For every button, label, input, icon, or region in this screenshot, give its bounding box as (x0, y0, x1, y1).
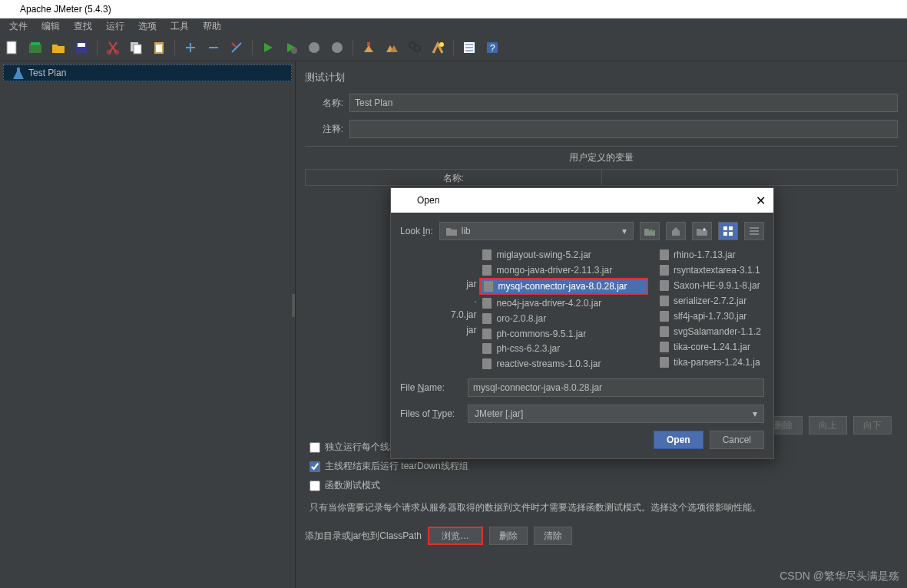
expand-icon[interactable] (181, 38, 200, 57)
file-icon (660, 280, 669, 291)
tree-root[interactable]: Test Plan (3, 64, 292, 81)
clear-classpath-button[interactable]: 清除 (534, 527, 572, 545)
file-item[interactable]: rhino-1.7.13.jar (657, 248, 764, 262)
file-item-label: oro-2.0.8.jar (496, 313, 546, 324)
file-item-label: miglayout-swing-5.2.jar (496, 249, 591, 260)
down-button[interactable]: 向下 (853, 416, 892, 434)
file-item-label: tika-parsers-1.24.1.ja (674, 357, 760, 368)
file-item[interactable]: Saxon-HE-9.9.1-8.jar (657, 279, 764, 292)
file-icon (660, 342, 669, 352)
open-dialog: Open ✕ Look In: lib ▾ jar.7.0.jarjar mig… (390, 187, 774, 459)
col-name: 名称: (306, 170, 602, 185)
file-item[interactable]: miglayout-swing-5.2.jar (479, 248, 656, 262)
cancel-button[interactable]: Cancel (710, 431, 764, 449)
svg-rect-21 (723, 226, 727, 230)
file-item[interactable]: tika-core-1.24.1.jar (657, 340, 764, 354)
home-icon[interactable] (666, 222, 686, 240)
file-item[interactable]: oro-2.0.8.jar (479, 312, 656, 325)
details-view-icon[interactable] (744, 222, 764, 240)
tree-root-label: Test Plan (28, 68, 66, 78)
menu-file[interactable]: 文件 (3, 19, 34, 34)
close-icon[interactable]: ✕ (756, 193, 766, 208)
toolbar-separator (453, 40, 454, 55)
file-item[interactable]: ph-css-6.2.3.jar (479, 342, 656, 356)
teardown-label: 主线程结束后运行 tearDown线程组 (325, 460, 468, 473)
lookin-select[interactable]: lib ▾ (439, 222, 634, 240)
comment-input[interactable] (349, 120, 898, 138)
file-item[interactable]: ph-commons-9.5.1.jar (479, 327, 656, 341)
copy-icon[interactable] (127, 38, 145, 57)
file-item[interactable]: slf4j-api-1.7.30.jar (657, 309, 764, 323)
file-item[interactable]: neo4j-java-driver-4.2.0.jar (479, 296, 656, 310)
menu-tools[interactable]: 工具 (164, 19, 195, 34)
help-icon[interactable]: ? (483, 38, 501, 57)
browse-button[interactable]: 浏览… (428, 527, 483, 545)
name-input[interactable] (349, 94, 898, 112)
new-folder-icon[interactable] (692, 222, 712, 240)
start-icon[interactable] (259, 38, 277, 57)
shutdown-icon[interactable] (328, 38, 346, 57)
menu-help[interactable]: 帮助 (197, 19, 227, 34)
toolbar-separator (174, 40, 175, 55)
file-item[interactable]: svgSalamander-1.1.2 (657, 325, 764, 339)
list-view-icon[interactable] (718, 222, 738, 240)
menu-options[interactable]: 选项 (132, 19, 163, 34)
svg-rect-0 (7, 41, 16, 54)
menu-search[interactable]: 查找 (68, 19, 98, 34)
file-item[interactable]: jar (400, 277, 479, 291)
file-item[interactable]: mongo-java-driver-2.11.3.jar (479, 263, 656, 277)
open-button[interactable]: Open (654, 431, 703, 449)
collapse-icon[interactable] (204, 38, 223, 57)
file-icon (482, 298, 492, 309)
up-folder-icon[interactable] (640, 222, 660, 240)
menu-edit[interactable]: 编辑 (35, 19, 66, 34)
templates-icon[interactable] (26, 38, 45, 57)
svg-point-12 (309, 42, 319, 53)
file-item-label: reactive-streams-1.0.3.jar (496, 358, 601, 369)
chevron-down-icon: ▾ (753, 408, 757, 419)
clearall-icon[interactable] (382, 38, 401, 57)
filetype-select[interactable]: JMeter [.jar] ▾ (468, 405, 764, 423)
independent-checkbox[interactable] (310, 442, 320, 453)
file-item-label: ph-commons-9.5.1.jar (496, 329, 586, 339)
split-handle[interactable] (292, 294, 295, 317)
delete-classpath-button[interactable]: 删除 (489, 527, 528, 545)
lookin-label: Look In: (400, 226, 433, 236)
reset-search-icon[interactable] (429, 38, 447, 57)
file-item[interactable]: tika-parsers-1.24.1.ja (657, 355, 764, 369)
file-item[interactable]: reactive-streams-1.0.3.jar (479, 357, 656, 371)
paste-icon[interactable] (150, 38, 168, 57)
dialog-app-icon (399, 194, 408, 206)
search-icon[interactable] (406, 38, 424, 57)
menubar: 文件 编辑 查找 运行 选项 工具 帮助 (0, 18, 907, 34)
file-icon (660, 296, 669, 306)
new-icon[interactable] (3, 38, 22, 57)
file-item[interactable]: mysql-connector-java-8.0.28.jar (481, 279, 647, 293)
chevron-down-icon: ▾ (622, 226, 627, 236)
menu-run[interactable]: 运行 (100, 19, 131, 34)
file-item-label: neo4j-java-driver-4.2.0.jar (496, 298, 601, 309)
cut-icon[interactable] (104, 38, 122, 57)
file-item[interactable]: serializer-2.7.2.jar (657, 294, 764, 308)
file-item[interactable]: jar (400, 323, 479, 337)
file-item[interactable]: rsyntaxtextarea-3.1.1 (657, 263, 764, 277)
teardown-checkbox[interactable] (310, 461, 320, 472)
toggle-icon[interactable] (227, 38, 246, 57)
panel-title: 测试计划 (305, 68, 898, 94)
clear-icon[interactable] (359, 38, 378, 57)
svg-point-16 (414, 45, 420, 51)
functional-checkbox[interactable] (310, 481, 320, 491)
file-list[interactable]: jar.7.0.jarjar miglayout-swing-5.2.jarmo… (400, 248, 764, 371)
file-item[interactable]: . (400, 292, 479, 306)
stop-icon[interactable] (305, 38, 323, 57)
file-icon (660, 311, 669, 322)
save-icon[interactable] (72, 38, 91, 57)
open-icon[interactable] (49, 38, 68, 57)
file-icon (482, 358, 492, 369)
toolbar: ? (0, 34, 907, 61)
file-item[interactable]: 7.0.jar (400, 308, 479, 322)
up-button[interactable]: 向上 (809, 416, 847, 434)
filename-input[interactable] (468, 378, 764, 397)
start-notimers-icon[interactable] (282, 38, 300, 57)
function-helper-icon[interactable] (460, 38, 478, 57)
